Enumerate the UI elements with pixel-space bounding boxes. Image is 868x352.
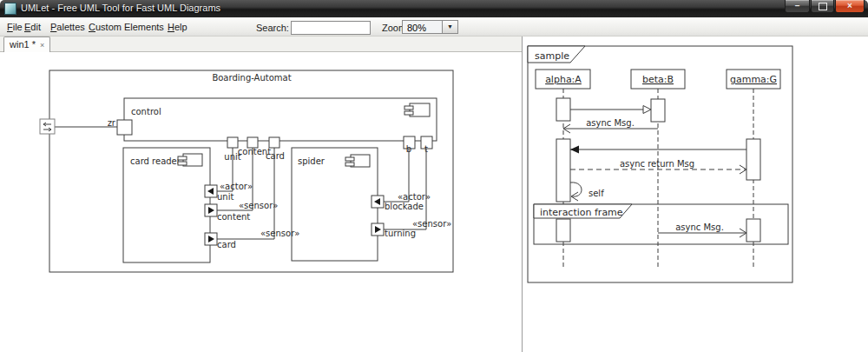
zr-port[interactable] (117, 120, 132, 135)
interface-content-name: content (217, 212, 250, 222)
maximize-icon (819, 3, 827, 10)
interface-element[interactable] (40, 119, 55, 134)
interface-unit[interactable] (205, 185, 217, 197)
minimize-button[interactable]: – (785, 0, 810, 13)
window-title: UMLet - Free UML Tool for Fast UML Diagr… (21, 3, 220, 13)
minimize-icon: – (795, 1, 800, 10)
interface-turning-name: turning (385, 229, 416, 238)
menu-palettes[interactable]: Palettes (50, 22, 85, 32)
interface-card[interactable] (205, 233, 217, 245)
interface-unit-name: unit (217, 192, 233, 202)
activation-gamma-1[interactable] (746, 139, 760, 180)
activation-beta-1[interactable] (651, 99, 665, 122)
lifeline-beta-label: beta:B (642, 74, 674, 85)
control-box[interactable] (124, 98, 437, 141)
menu-custom-elements-mnemonic: C (89, 22, 95, 32)
search-input[interactable] (291, 21, 371, 35)
close-icon: × (847, 1, 852, 10)
interface-card-name: card (217, 240, 236, 249)
activation-alpha-1[interactable] (556, 98, 570, 121)
menu-custom-elements[interactable]: Custom Elements (89, 22, 164, 32)
interface-unit-stereotype: «actor» (220, 182, 253, 191)
port-card-label: card (266, 151, 285, 161)
activation-alpha-2[interactable] (556, 139, 570, 202)
lifeline-gamma-label: gamma:G (730, 74, 777, 85)
diagram-canvas[interactable]: win1 *× Boarding-Automat control zr (0, 37, 868, 352)
chevron-down-icon: ▼ (447, 23, 453, 30)
menu-edit-label: dit (30, 22, 41, 32)
menu-file-label: ile (13, 22, 23, 32)
menu-help[interactable]: Help (168, 22, 187, 32)
maximize-button[interactable] (811, 0, 834, 13)
interaction-frame-label: interaction frame (540, 207, 623, 218)
message-async2-label: async Msg. (675, 222, 724, 232)
port-unit[interactable] (227, 137, 238, 148)
menu-edit[interactable]: Edit (24, 22, 41, 32)
message-async-return-label: async return Msg (620, 159, 694, 169)
interface-turning-stereotype: «sensor» (412, 219, 451, 229)
menu-custom-elements-label: ustom Elements (95, 22, 164, 32)
menu-bar: File Edit Palettes Custom Elements Help … (0, 17, 868, 37)
menu-palettes-label: alettes (56, 22, 84, 32)
menu-file-mnemonic: F (7, 22, 13, 32)
menu-help-mnemonic: H (168, 22, 174, 32)
titlebar: UMLet - Free UML Tool for Fast UML Diagr… (0, 0, 868, 17)
zr-label: zr (108, 118, 116, 128)
lifeline-alpha-label: alpha:A (545, 74, 582, 85)
diagram-svg: Boarding-Automat control zr unit (0, 37, 868, 352)
message-self-label: self (589, 189, 604, 198)
sample-frame-label: sample (535, 50, 569, 62)
boarding-automat-title: Boarding-Automat (212, 73, 291, 83)
umlet-app-icon (4, 3, 16, 15)
close-button[interactable]: × (835, 0, 865, 13)
card-reader-label: card reader (130, 156, 181, 166)
interface-content[interactable] (205, 204, 217, 216)
search-label: Search: (256, 23, 289, 33)
interface-blockade[interactable] (372, 196, 384, 208)
interface-card-stereotype: «sensor» (260, 229, 299, 238)
window-controls: – × (785, 0, 865, 13)
interface-turning[interactable] (372, 223, 384, 236)
menu-file[interactable]: File (7, 22, 23, 32)
activation-gamma-2[interactable] (746, 219, 760, 242)
interface-blockade-name: blockade (385, 202, 424, 211)
message-async1-label: async Msg. (586, 118, 635, 128)
zoom-dropdown-button[interactable]: ▼ (442, 20, 458, 34)
zoom-select[interactable]: 80% (402, 20, 442, 34)
interface-blockade-stereotype: «actor» (398, 192, 431, 202)
menu-help-label: elp (174, 22, 187, 32)
activation-alpha-3[interactable] (556, 219, 570, 242)
spider-label: spider (298, 156, 326, 166)
interface-content-stereotype: «sensor» (239, 201, 278, 210)
control-label: control (131, 107, 161, 116)
